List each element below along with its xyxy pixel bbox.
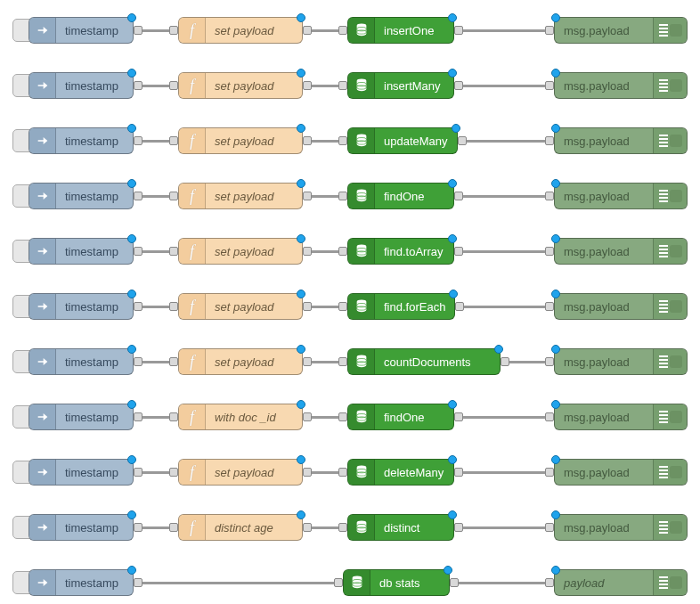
debug-node[interactable]: msg.payload xyxy=(554,127,688,154)
input-port[interactable] xyxy=(338,136,347,145)
output-port[interactable] xyxy=(134,26,142,35)
debug-toggle-icon[interactable] xyxy=(670,355,682,368)
debug-node[interactable]: payload xyxy=(554,569,688,596)
debug-toggle-icon[interactable] xyxy=(670,576,682,589)
inject-node[interactable]: timestamp xyxy=(28,72,134,99)
input-port[interactable] xyxy=(338,412,347,421)
inject-trigger-button[interactable] xyxy=(12,295,30,318)
output-port[interactable] xyxy=(458,136,467,145)
output-port[interactable] xyxy=(303,136,312,145)
function-node[interactable]: fset payload xyxy=(178,293,303,320)
input-port[interactable] xyxy=(545,136,554,145)
debug-node[interactable]: msg.payload xyxy=(554,17,688,44)
inject-trigger-button[interactable] xyxy=(12,350,30,373)
output-port[interactable] xyxy=(134,247,142,256)
function-node[interactable]: fset payload xyxy=(178,72,303,99)
input-port[interactable] xyxy=(338,302,347,311)
debug-toggle-icon[interactable] xyxy=(670,245,682,257)
output-port[interactable] xyxy=(454,247,463,256)
mongodb-node[interactable]: find.forEach xyxy=(347,293,455,320)
inject-trigger-button[interactable] xyxy=(12,516,30,539)
input-port[interactable] xyxy=(545,247,554,256)
mongodb-node[interactable]: distinct xyxy=(347,514,454,541)
inject-trigger-button[interactable] xyxy=(12,240,30,263)
input-port[interactable] xyxy=(338,26,347,35)
input-port[interactable] xyxy=(169,81,178,90)
input-port[interactable] xyxy=(169,523,178,532)
mongodb-node[interactable]: db stats xyxy=(343,569,450,596)
output-port[interactable] xyxy=(501,357,509,366)
function-node[interactable]: fwith doc _id xyxy=(178,404,303,430)
mongodb-node[interactable]: findOne xyxy=(347,404,454,430)
output-port[interactable] xyxy=(303,26,312,35)
input-port[interactable] xyxy=(169,302,178,311)
inject-trigger-button[interactable] xyxy=(12,405,30,429)
mongodb-node[interactable]: insertMany xyxy=(347,72,454,99)
input-port[interactable] xyxy=(545,302,554,311)
input-port[interactable] xyxy=(545,578,554,587)
debug-node[interactable]: msg.payload xyxy=(554,293,688,320)
input-port[interactable] xyxy=(338,357,347,366)
input-port[interactable] xyxy=(545,26,554,35)
debug-node[interactable]: msg.payload xyxy=(554,348,688,375)
debug-node[interactable]: msg.payload xyxy=(554,183,688,209)
input-port[interactable] xyxy=(169,136,178,145)
output-port[interactable] xyxy=(455,302,464,311)
debug-toggle-icon[interactable] xyxy=(670,300,682,313)
inject-node[interactable]: timestamp xyxy=(28,127,134,154)
inject-node[interactable]: timestamp xyxy=(28,183,134,209)
inject-node[interactable]: timestamp xyxy=(28,569,134,596)
input-port[interactable] xyxy=(338,192,347,200)
inject-node[interactable]: timestamp xyxy=(28,17,134,44)
output-port[interactable] xyxy=(303,302,312,311)
output-port[interactable] xyxy=(134,468,142,477)
input-port[interactable] xyxy=(169,357,178,366)
mongodb-node[interactable]: insertOne xyxy=(347,17,454,44)
output-port[interactable] xyxy=(134,192,142,200)
output-port[interactable] xyxy=(303,412,312,421)
input-port[interactable] xyxy=(338,247,347,256)
output-port[interactable] xyxy=(454,81,463,90)
input-port[interactable] xyxy=(338,523,347,532)
output-port[interactable] xyxy=(134,81,142,90)
input-port[interactable] xyxy=(545,357,554,366)
output-port[interactable] xyxy=(303,192,312,200)
mongodb-node[interactable]: updateMany xyxy=(347,127,458,154)
output-port[interactable] xyxy=(454,26,463,35)
input-port[interactable] xyxy=(545,192,554,200)
output-port[interactable] xyxy=(454,468,463,477)
inject-trigger-button[interactable] xyxy=(12,571,30,594)
input-port[interactable] xyxy=(338,468,347,477)
inject-trigger-button[interactable] xyxy=(12,461,30,484)
input-port[interactable] xyxy=(169,192,178,200)
debug-toggle-icon[interactable] xyxy=(670,79,682,92)
inject-node[interactable]: timestamp xyxy=(28,404,134,430)
debug-toggle-icon[interactable] xyxy=(670,466,682,478)
output-port[interactable] xyxy=(303,468,312,477)
mongodb-node[interactable]: countDocuments xyxy=(347,348,501,375)
output-port[interactable] xyxy=(450,578,459,587)
input-port[interactable] xyxy=(169,412,178,421)
output-port[interactable] xyxy=(134,523,142,532)
output-port[interactable] xyxy=(134,357,142,366)
input-port[interactable] xyxy=(545,523,554,532)
debug-toggle-icon[interactable] xyxy=(670,24,682,37)
mongodb-node[interactable]: findOne xyxy=(347,183,454,209)
output-port[interactable] xyxy=(134,136,142,145)
debug-toggle-icon[interactable] xyxy=(670,411,682,423)
debug-toggle-icon[interactable] xyxy=(670,521,682,534)
function-node[interactable]: fdistinct age xyxy=(178,514,303,541)
inject-trigger-button[interactable] xyxy=(12,74,30,97)
function-node[interactable]: fset payload xyxy=(178,17,303,44)
function-node[interactable]: fset payload xyxy=(178,459,303,486)
input-port[interactable] xyxy=(545,412,554,421)
input-port[interactable] xyxy=(169,26,178,35)
input-port[interactable] xyxy=(334,578,343,587)
output-port[interactable] xyxy=(303,247,312,256)
input-port[interactable] xyxy=(169,468,178,477)
mongodb-node[interactable]: find.toArray xyxy=(347,238,454,265)
function-node[interactable]: fset payload xyxy=(178,127,303,154)
inject-node[interactable]: timestamp xyxy=(28,514,134,541)
debug-node[interactable]: msg.payload xyxy=(554,238,688,265)
input-port[interactable] xyxy=(545,468,554,477)
